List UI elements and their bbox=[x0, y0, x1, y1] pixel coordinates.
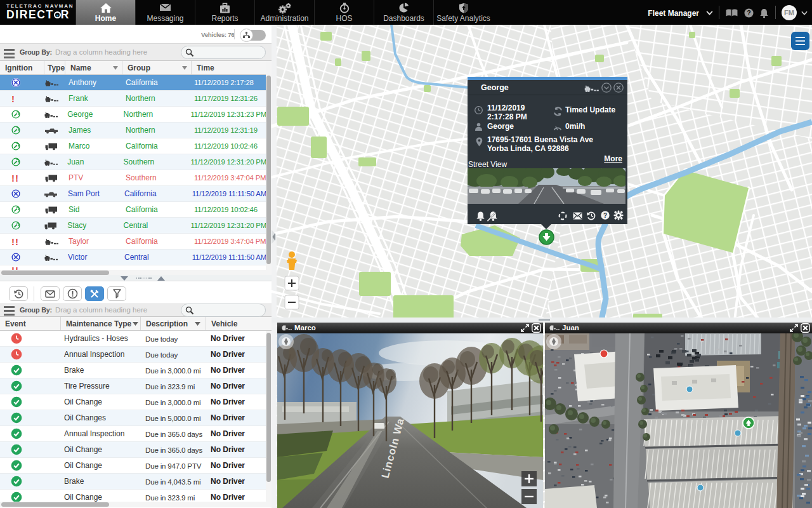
svg-text:?: ? bbox=[747, 9, 750, 17]
svg-text:?: ? bbox=[603, 212, 607, 219]
